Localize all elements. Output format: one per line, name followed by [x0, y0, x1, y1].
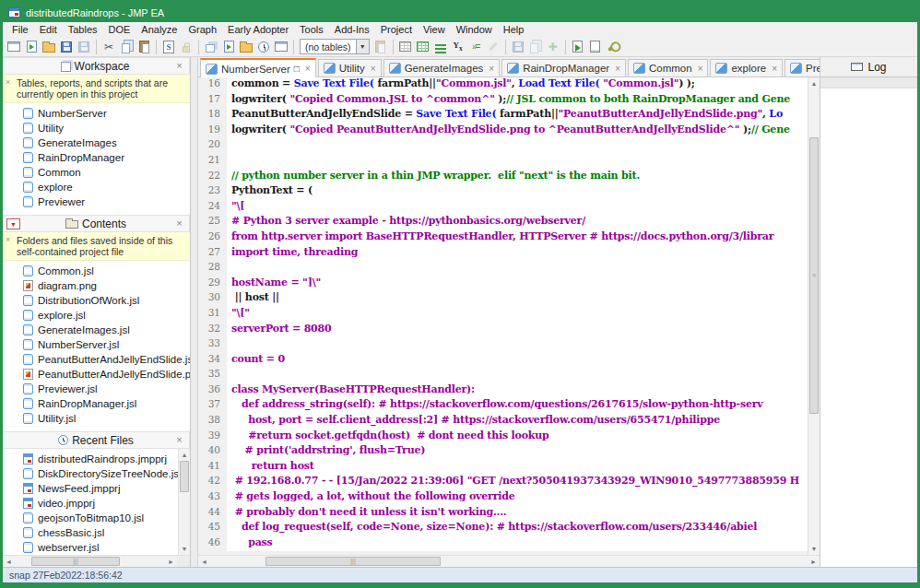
- window-list-button[interactable]: [273, 39, 289, 55]
- contents-item-utility-jsl[interactable]: Utility.jsl: [23, 411, 190, 426]
- log-content[interactable]: [820, 88, 917, 567]
- windows-button[interactable]: [203, 39, 219, 55]
- menu-item-view[interactable]: View: [418, 22, 451, 37]
- workspace-close-icon[interactable]: ×: [173, 60, 185, 72]
- menu-item-edit[interactable]: Edit: [34, 22, 63, 37]
- recent-item-newsfeed-jmpprj[interactable]: NewsFeed.jmpprj: [23, 481, 178, 496]
- tab-utility[interactable]: Utility×: [318, 59, 382, 76]
- tab-common[interactable]: Common×: [628, 59, 709, 76]
- recent-item-video-jmpprj[interactable]: video.jmpprj: [23, 496, 178, 511]
- lock-button[interactable]: [178, 39, 195, 55]
- tab-close-icon[interactable]: ×: [772, 64, 777, 74]
- recent-files-close-icon[interactable]: ×: [173, 434, 185, 446]
- scroll-up-icon[interactable]: ▲: [808, 77, 820, 89]
- tab-close-icon[interactable]: ×: [371, 64, 376, 74]
- workspace-item-numberserver[interactable]: NumberServer: [23, 106, 190, 121]
- recent-item-diskdirectorysizetreenode-jsl[interactable]: DiskDirectorySizeTreeNode.jsl: [23, 466, 178, 481]
- tab-close-icon[interactable]: ×: [698, 64, 703, 74]
- open-button[interactable]: [41, 39, 57, 55]
- edit-button[interactable]: [485, 39, 501, 55]
- properties-button[interactable]: [220, 39, 237, 55]
- tab-close-icon[interactable]: ×: [489, 64, 494, 74]
- recent-item-webserver-jsl[interactable]: webserver.jsl: [23, 540, 178, 555]
- add-button[interactable]: ✚: [545, 39, 561, 55]
- tab-explore[interactable]: explore×: [710, 59, 783, 76]
- menu-item-help[interactable]: Help: [498, 22, 530, 37]
- contents-item-explore-jsl[interactable]: explore.jsl: [23, 308, 190, 323]
- history-button[interactable]: [255, 39, 272, 55]
- contents-note-close-icon[interactable]: ×: [6, 234, 10, 245]
- scroll-right-icon[interactable]: ►: [165, 556, 177, 568]
- new-project-button[interactable]: [6, 39, 22, 55]
- data-table-button[interactable]: [397, 39, 414, 55]
- editor-horizontal-scrollbar[interactable]: ◄ ||| ►: [198, 555, 820, 567]
- cut-button[interactable]: ✂: [100, 39, 117, 55]
- sidebar-splitter[interactable]: [191, 57, 198, 567]
- scroll-left-icon[interactable]: ◄: [3, 556, 15, 568]
- scroll-right-icon[interactable]: ►: [808, 556, 820, 568]
- copy-button[interactable]: [118, 39, 135, 55]
- search-button[interactable]: [527, 39, 544, 55]
- script-editor[interactable]: 16common = Save Text File( farmPath||"Co…: [198, 77, 808, 555]
- save-button[interactable]: [76, 39, 92, 55]
- recent-scroll-track[interactable]: [179, 461, 190, 543]
- menu-item-tools[interactable]: Tools: [294, 22, 329, 37]
- table-action-button[interactable]: [372, 39, 389, 55]
- paste-button[interactable]: [136, 39, 152, 55]
- scroll-up-icon[interactable]: ▲: [179, 449, 191, 461]
- contents-item-peanutbutterandjellyendslide-png[interactable]: PeanutButterAndJellyEndSlide.png: [23, 367, 190, 382]
- recent-files-vertical-scrollbar[interactable]: ▲ ▼: [178, 449, 190, 555]
- run-script-button[interactable]: [570, 39, 586, 55]
- sidebar-horizontal-scrollbar[interactable]: ◄ ||| ►: [3, 555, 190, 567]
- tab-maximize-icon[interactable]: □: [294, 64, 300, 74]
- recent-scroll-thumb[interactable]: [180, 461, 189, 492]
- project-button[interactable]: [238, 39, 254, 55]
- contents-item-raindropmanager-jsl[interactable]: RainDropManager.jsl: [23, 396, 190, 411]
- join-button[interactable]: »=: [467, 39, 484, 55]
- menu-item-project[interactable]: Project: [375, 22, 418, 37]
- summary-button[interactable]: [415, 39, 431, 55]
- workspace-item-utility[interactable]: Utility: [23, 121, 190, 135]
- editor-hscroll-track[interactable]: |||: [210, 556, 808, 567]
- workspace-item-raindropmanager[interactable]: RainDropManager: [23, 150, 190, 165]
- script-button[interactable]: S: [160, 39, 177, 55]
- tab-generateimages[interactable]: GenerateImages×: [383, 59, 501, 76]
- tab-numberserver[interactable]: NumberServer□×: [200, 58, 316, 77]
- formula-button[interactable]: Yx: [450, 39, 466, 55]
- menu-item-add-ins[interactable]: Add-Ins: [329, 22, 375, 37]
- scroll-down-icon[interactable]: ▼: [808, 543, 820, 555]
- menu-item-file[interactable]: File: [6, 22, 34, 37]
- recent-item-chessbasic-jsl[interactable]: chessBasic.jsl: [23, 525, 178, 540]
- scroll-down-icon[interactable]: ▼: [179, 543, 191, 555]
- editor-vertical-scrollbar[interactable]: ▲ ≡ ▼: [808, 77, 820, 555]
- sidebar-hscroll-track[interactable]: |||: [15, 556, 165, 567]
- editor-hscroll-thumb[interactable]: |||: [265, 557, 441, 566]
- recent-item-geojsontobitmap10-jsl[interactable]: geojsonToBitmap10.jsl: [23, 511, 178, 525]
- save-as-button[interactable]: [58, 39, 75, 55]
- contents-item-generateimages-jsl[interactable]: GenerateImages.jsl: [23, 323, 190, 337]
- contents-item-common-jsl[interactable]: Common.jsl: [23, 264, 190, 278]
- editor-vscroll-track[interactable]: ≡: [808, 89, 820, 543]
- stack-button[interactable]: [432, 39, 449, 55]
- menu-item-early-adopter[interactable]: Early Adopter: [222, 22, 294, 37]
- workspace-item-previewer[interactable]: Previewer: [23, 194, 190, 209]
- tab-raindropmanager[interactable]: RainDropManager×: [501, 59, 626, 76]
- tab-close-icon[interactable]: ×: [305, 64, 311, 74]
- menu-item-tables[interactable]: Tables: [63, 22, 103, 37]
- tab-close-icon[interactable]: ×: [615, 64, 620, 74]
- contents-item-numberserver-jsl[interactable]: NumberServer.jsl: [23, 337, 190, 352]
- preferences-button[interactable]: [605, 39, 621, 55]
- menu-item-analyze[interactable]: Analyze: [136, 22, 183, 37]
- workspace-item-explore[interactable]: explore: [23, 180, 190, 194]
- save-session-button[interactable]: [510, 39, 526, 55]
- contents-item-previewer-jsl[interactable]: Previewer.jsl: [23, 382, 190, 396]
- contents-item-peanutbutterandjellyendslide-jsl[interactable]: PeanutButterAndJellyEndSlide.jsl: [23, 352, 190, 367]
- editor-vscroll-thumb[interactable]: ≡: [809, 137, 819, 414]
- scroll-left-icon[interactable]: ◄: [198, 556, 210, 568]
- contents-close-icon[interactable]: ×: [173, 218, 185, 229]
- contents-item-diagram-png[interactable]: diagram.png: [23, 278, 190, 293]
- workspace-note-close-icon[interactable]: ×: [6, 76, 10, 88]
- sidebar-hscroll-thumb[interactable]: |||: [31, 557, 120, 566]
- workspace-item-common[interactable]: Common: [23, 165, 190, 180]
- menu-item-window[interactable]: Window: [451, 22, 498, 37]
